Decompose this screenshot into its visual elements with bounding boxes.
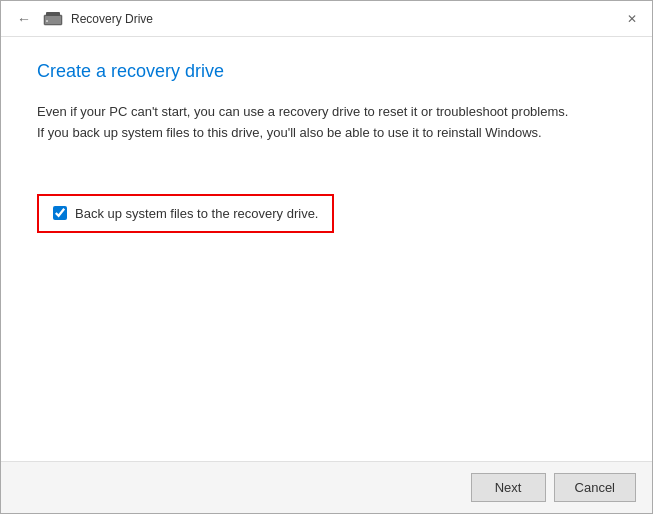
backup-checkbox-label[interactable]: Back up system files to the recovery dri… bbox=[75, 206, 318, 221]
svg-rect-3 bbox=[46, 12, 60, 16]
window-title: Recovery Drive bbox=[71, 12, 153, 26]
backup-checkbox-container: Back up system files to the recovery dri… bbox=[37, 194, 334, 233]
description-text: Even if your PC can't start, you can use… bbox=[37, 102, 577, 144]
title-bar-left: ← Recovery Drive bbox=[13, 9, 153, 29]
page-title: Create a recovery drive bbox=[37, 61, 616, 82]
back-button[interactable]: ← bbox=[13, 9, 35, 29]
footer: Next Cancel bbox=[1, 461, 652, 513]
svg-rect-2 bbox=[46, 20, 48, 22]
title-bar: ← Recovery Drive ✕ bbox=[1, 1, 652, 37]
cancel-button[interactable]: Cancel bbox=[554, 473, 636, 502]
drive-icon bbox=[43, 11, 63, 27]
close-button[interactable]: ✕ bbox=[620, 7, 644, 31]
main-content: Create a recovery drive Even if your PC … bbox=[1, 37, 652, 461]
next-button[interactable]: Next bbox=[471, 473, 546, 502]
backup-checkbox[interactable] bbox=[53, 206, 67, 220]
recovery-drive-window: ← Recovery Drive ✕ Create a recovery dri… bbox=[0, 0, 653, 514]
